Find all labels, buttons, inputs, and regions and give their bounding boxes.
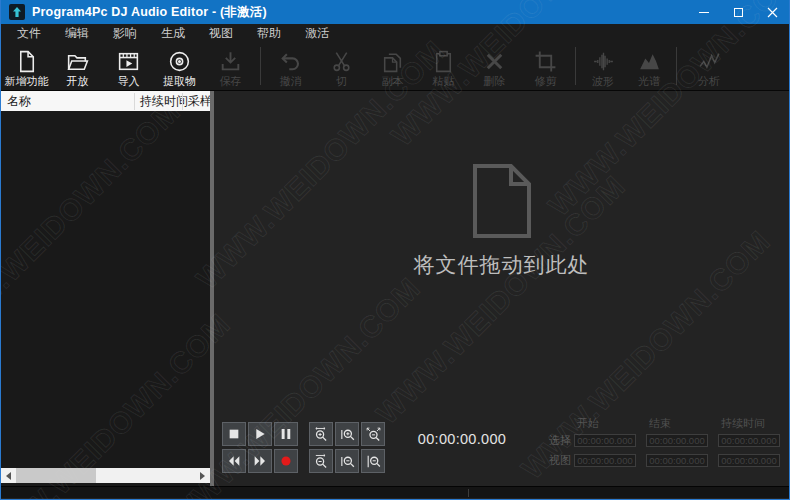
view-row-label: 视图 xyxy=(544,453,574,468)
status-strip xyxy=(1,486,789,498)
undo-button[interactable]: 撤消 xyxy=(265,44,316,90)
horizontal-scrollbar[interactable] xyxy=(1,468,210,483)
waveform-icon xyxy=(591,48,616,75)
zoom-in-horizontal-button[interactable] xyxy=(309,422,333,446)
toolbar-view-group: 波形 光谱 xyxy=(580,44,672,90)
scissors-icon xyxy=(329,48,354,75)
cut-button[interactable]: 切 xyxy=(316,44,367,90)
close-icon xyxy=(767,7,778,18)
view-row: 视图 00:00:00.000 00:00:00.000 00:00:00.00… xyxy=(544,451,790,470)
zoom-selection-button[interactable] xyxy=(361,422,385,446)
menu-item-effects[interactable]: 影响 xyxy=(107,25,143,42)
menu-item-view[interactable]: 视图 xyxy=(203,25,239,42)
selection-duration-field[interactable]: 00:00:00.000 xyxy=(718,434,780,447)
view-duration-field[interactable]: 00:00:00.000 xyxy=(718,454,780,467)
spectrum-button[interactable]: 光谱 xyxy=(626,44,672,90)
drop-zone[interactable]: 将文件拖动到此处 xyxy=(214,163,789,279)
play-button[interactable] xyxy=(248,422,272,446)
view-start-field[interactable]: 00:00:00.000 xyxy=(574,454,636,467)
scroll-left-button[interactable] xyxy=(1,468,16,483)
pause-button[interactable] xyxy=(274,422,298,446)
delete-x-icon xyxy=(482,48,507,75)
toolbar-separator xyxy=(260,47,261,85)
zoom-fit-button[interactable] xyxy=(361,449,385,473)
record-button[interactable] xyxy=(274,449,298,473)
waveform-button[interactable]: 波形 xyxy=(580,44,626,90)
rewind-icon xyxy=(226,453,242,469)
column-header-name[interactable]: 名称 xyxy=(1,93,134,110)
menubar: 文件 编辑 影响 生成 视图 帮助 激活 xyxy=(1,24,789,42)
zoom-out-horizontal-button[interactable] xyxy=(309,449,333,473)
delete-button[interactable]: 删除 xyxy=(469,44,520,90)
duration-column-header: 持续时间 xyxy=(718,416,790,431)
cd-disc-icon xyxy=(167,48,192,75)
toolbar-separator xyxy=(676,47,677,85)
zoom-fit-icon xyxy=(365,453,382,470)
open-button[interactable]: 开放 xyxy=(52,44,103,90)
splitter-notch[interactable] xyxy=(468,489,469,497)
selection-end-field[interactable]: 00:00:00.000 xyxy=(646,434,708,447)
trim-button[interactable]: 修剪 xyxy=(520,44,571,90)
fast-forward-icon xyxy=(252,453,268,469)
maximize-button[interactable] xyxy=(721,0,755,24)
fast-forward-button[interactable] xyxy=(248,449,272,473)
file-list-panel: 名称 持续时间 采样 xyxy=(1,91,210,486)
file-list-header: 名称 持续时间 采样 xyxy=(1,91,210,111)
zoom-out-horizontal-icon xyxy=(313,453,330,470)
toolbar-separator xyxy=(575,47,576,85)
column-header-samplerate[interactable]: 采样 xyxy=(182,93,210,110)
app-logo-icon xyxy=(9,4,25,20)
menu-item-edit[interactable]: 编辑 xyxy=(59,25,95,42)
new-file-icon xyxy=(14,48,39,75)
selection-start-field[interactable]: 00:00:00.000 xyxy=(574,434,636,447)
view-end-field[interactable]: 00:00:00.000 xyxy=(646,454,708,467)
open-folder-icon xyxy=(65,48,90,75)
zoom-selection-icon xyxy=(365,426,382,443)
scrollbar-thumb[interactable] xyxy=(16,468,96,483)
import-media-icon xyxy=(116,48,141,75)
clipboard-icon xyxy=(431,48,456,75)
file-list[interactable] xyxy=(1,111,210,468)
editor-area[interactable]: 将文件拖动到此处 xyxy=(214,91,789,486)
crop-icon xyxy=(533,48,558,75)
paste-button[interactable]: 粘贴 xyxy=(418,44,469,90)
zoom-in-horizontal-icon xyxy=(313,426,330,443)
app-window: Program4Pc DJ Audio Editor - (非激活) 文件 编辑… xyxy=(0,0,790,500)
menu-item-generate[interactable]: 生成 xyxy=(155,25,191,42)
save-button[interactable]: 保存 xyxy=(205,44,256,90)
end-column-header: 结束 xyxy=(646,416,718,431)
toolbar: 新增功能 开放 导入 提取物 保存 xyxy=(1,42,789,91)
new-button[interactable]: 新增功能 xyxy=(1,44,52,90)
close-button[interactable] xyxy=(755,0,789,24)
maximize-icon xyxy=(734,8,743,17)
analyze-button[interactable]: 分析 xyxy=(681,44,737,90)
analyze-icon xyxy=(697,48,722,75)
menu-item-help[interactable]: 帮助 xyxy=(251,25,287,42)
play-icon xyxy=(252,426,268,442)
menu-item-activate[interactable]: 激活 xyxy=(299,25,335,42)
drop-hint-text: 将文件拖动到此处 xyxy=(214,251,789,279)
titlebar: Program4Pc DJ Audio Editor - (非激活) xyxy=(1,0,789,24)
content-area: 名称 持续时间 采样 将文件拖动到此处 xyxy=(1,91,789,486)
start-column-header: 开始 xyxy=(574,416,646,431)
toolbar-analyze-group: 分析 xyxy=(681,44,737,90)
zoom-in-vertical-button[interactable] xyxy=(335,422,359,446)
transport-controls xyxy=(222,422,387,476)
extract-button[interactable]: 提取物 xyxy=(154,44,205,90)
copy-button[interactable]: 副本 xyxy=(367,44,418,90)
zoom-out-vertical-button[interactable] xyxy=(335,449,359,473)
menu-item-file[interactable]: 文件 xyxy=(11,25,47,42)
arrow-left-icon xyxy=(6,472,11,480)
rewind-button[interactable] xyxy=(222,449,246,473)
column-header-duration[interactable]: 持续时间 xyxy=(134,93,182,110)
toolbar-file-group: 新增功能 开放 导入 提取物 保存 xyxy=(1,44,256,90)
minimize-icon xyxy=(699,12,709,13)
import-button[interactable]: 导入 xyxy=(103,44,154,90)
toolbar-edit-group: 撤消 切 副本 粘贴 删除 xyxy=(265,44,571,90)
selection-panel: 开始 结束 持续时间 选择 00:00:00.000 00:00:00.000 … xyxy=(544,417,790,471)
minimize-button[interactable] xyxy=(687,0,721,24)
arrow-right-icon xyxy=(200,472,205,480)
scroll-right-button[interactable] xyxy=(195,468,210,483)
window-controls xyxy=(687,0,789,24)
stop-button[interactable] xyxy=(222,422,246,446)
